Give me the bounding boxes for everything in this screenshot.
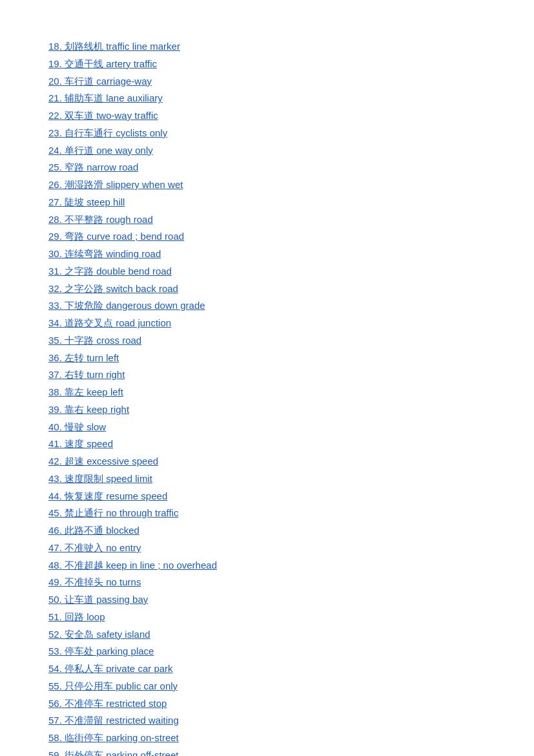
list-item[interactable]: 22. 双车道 two-way traffic — [48, 108, 486, 124]
list-item[interactable]: 23. 自行车通行 cyclists only — [48, 125, 486, 142]
list-item[interactable]: 55. 只停公用车 public car only — [48, 678, 486, 695]
list-item[interactable]: 49. 不准掉头 no turns — [48, 574, 486, 591]
list-item[interactable]: 46. 此路不通 blocked — [48, 523, 486, 539]
list-item[interactable]: 53. 停车处 parking place — [48, 644, 486, 660]
list-item[interactable]: 24. 单行道 one way only — [48, 143, 486, 159]
list-item[interactable]: 59. 街外停车 parking off-street — [48, 748, 486, 756]
list-item[interactable]: 52. 安全岛 safety island — [48, 627, 486, 643]
list-item[interactable]: 35. 十字路 cross road — [48, 333, 486, 349]
list-item[interactable]: 19. 交通干线 artery traffic — [48, 56, 486, 72]
list-item[interactable]: 31. 之字路 double bend road — [48, 264, 486, 280]
list-item[interactable]: 43. 速度限制 speed limit — [48, 471, 486, 487]
list-item[interactable]: 54. 停私人车 private car park — [48, 661, 486, 677]
list-item[interactable]: 37. 右转 turn right — [48, 367, 486, 383]
list-item[interactable]: 39. 靠右 keep right — [48, 402, 486, 418]
list-item[interactable]: 45. 禁止通行 no through traffic — [48, 505, 486, 521]
list-item[interactable]: 34. 道路交叉点 road junction — [48, 315, 486, 331]
list-item[interactable]: 41. 速度 speed — [48, 436, 486, 452]
list-item[interactable]: 27. 陡坡 steep hill — [48, 194, 486, 211]
list-item[interactable]: 33. 下坡危险 dangerous down grade — [48, 298, 486, 314]
list-item[interactable]: 30. 连续弯路 winding road — [48, 246, 486, 262]
list-item[interactable]: 25. 窄路 narrow road — [48, 160, 486, 176]
list-item[interactable]: 40. 慢驶 slow — [48, 419, 486, 436]
list-item[interactable]: 28. 不平整路 rough road — [48, 212, 486, 228]
list-item[interactable]: 50. 让车道 passing bay — [48, 592, 486, 608]
list-item[interactable]: 26. 潮湿路滑 slippery when wet — [48, 177, 486, 193]
list-item[interactable]: 32. 之字公路 switch back road — [48, 281, 486, 297]
list-item[interactable]: 57. 不准滞留 restricted waiting — [48, 713, 486, 729]
list-item[interactable]: 42. 超速 excessive speed — [48, 454, 486, 470]
list-item[interactable]: 36. 左转 turn left — [48, 350, 486, 366]
list-item[interactable]: 29. 弯路 curve road ; bend road — [48, 229, 486, 245]
list-item[interactable]: 56. 不准停车 restricted stop — [48, 696, 486, 712]
list-item[interactable]: 21. 辅助车道 lane auxiliary — [48, 90, 486, 107]
list-item[interactable]: 47. 不准驶入 no entry — [48, 540, 486, 556]
list-item[interactable]: 44. 恢复速度 resume speed — [48, 488, 486, 505]
list-item[interactable]: 48. 不准超越 keep in line ; no overhead — [48, 558, 486, 574]
list-item[interactable]: 18. 划路线机 traffic line marker — [48, 39, 486, 55]
list-item[interactable]: 58. 临街停车 parking on-street — [48, 730, 486, 746]
list-item[interactable]: 38. 靠左 keep left — [48, 384, 486, 401]
list-item[interactable]: 20. 车行道 carriage-way — [48, 74, 486, 90]
vocabulary-list: 18. 划路线机 traffic line marker19. 交通干线 art… — [48, 39, 486, 756]
list-item[interactable]: 51. 回路 loop — [48, 609, 486, 625]
